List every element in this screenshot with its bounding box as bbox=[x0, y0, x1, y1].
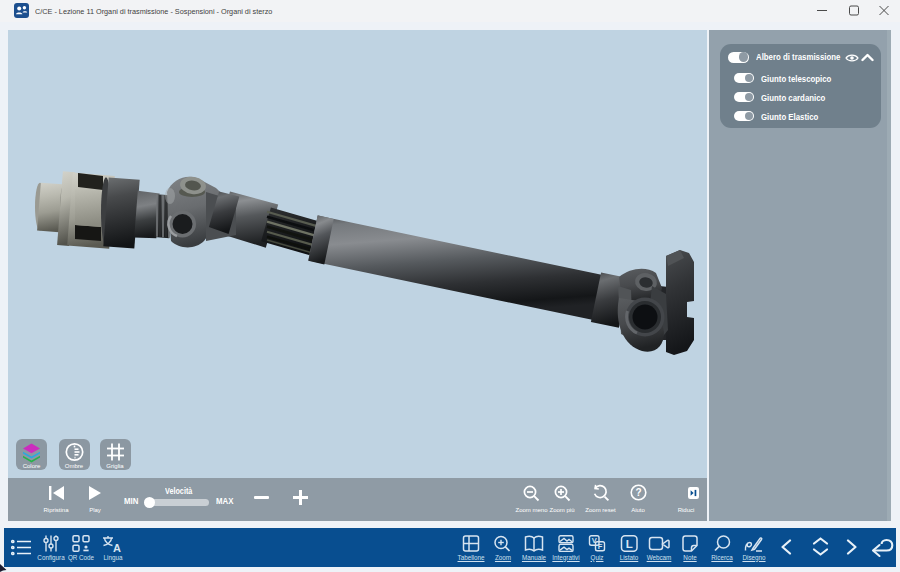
svg-text:A: A bbox=[113, 542, 121, 553]
svg-text:V: V bbox=[592, 536, 597, 545]
svg-text:F: F bbox=[598, 542, 603, 551]
svg-text:L: L bbox=[626, 538, 633, 550]
svg-text:?: ? bbox=[635, 487, 641, 498]
